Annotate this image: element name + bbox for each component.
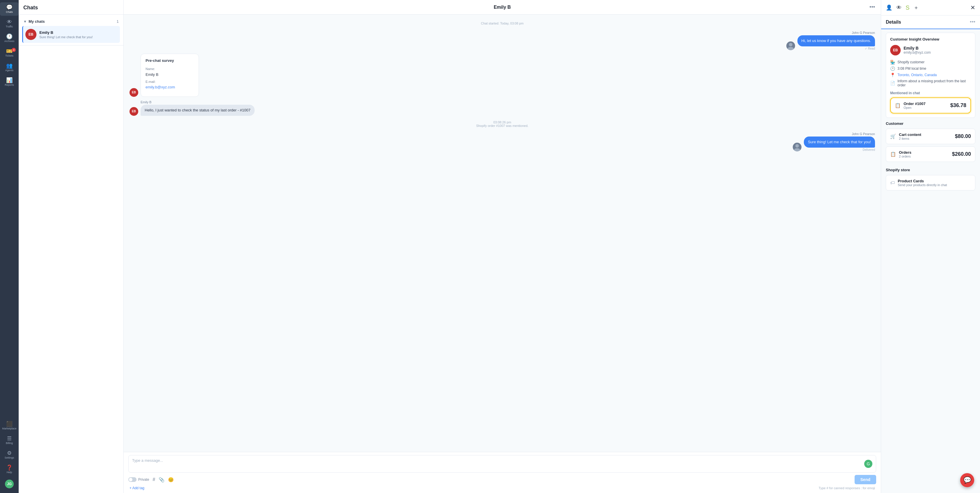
hint-text: Type # for canned responses : for emoji	[819, 486, 875, 490]
field-value: Emily B	[146, 72, 194, 77]
my-chats-header-left: ▼ My chats	[23, 19, 45, 24]
cart-info: Cart content 2 items	[899, 132, 921, 140]
sidebar-label: Archives	[5, 40, 14, 43]
document-icon: 📄	[890, 81, 895, 86]
user-avatar-eb: EB	[129, 107, 138, 116]
sidebar-item-settings[interactable]: ⚙ Settings	[0, 448, 19, 461]
field-value-link: emily.b@xyz.com	[146, 84, 194, 90]
read-status: ✓ Read	[797, 47, 875, 50]
sidebar-label: Marketplace	[2, 427, 16, 430]
send-button[interactable]: Send	[854, 475, 876, 484]
sidebar-item-help[interactable]: ❓ Help	[0, 463, 19, 476]
message-bubble: Hello, I just wanted to check the status…	[141, 105, 255, 116]
details-panel: 👤 👁 S ＋ ✕ Details ••• Customer Insight O…	[881, 0, 980, 493]
details-body: Customer Insight Overview EB Emily B emi…	[881, 29, 980, 194]
location-text[interactable]: Toronto, Ontario, Canada	[897, 73, 937, 77]
orders-left: 📋 Orders 2 orders	[890, 150, 912, 158]
private-toggle[interactable]: Private	[128, 477, 149, 482]
chat-input-placeholder: Type a message...	[132, 458, 163, 463]
sidebar-item-chats[interactable]: 💬 Chats	[0, 2, 19, 16]
chat-header: Emily B •••	[124, 0, 881, 14]
archives-icon: 🕐	[6, 34, 13, 39]
chat-preview: Sure thing! Let me check that for you!	[40, 35, 118, 39]
customer-name-block: Emily B emily.b@xyz.com	[904, 46, 931, 54]
customer-section: Customer 🛒 Cart content 2 items $80.00 📋…	[886, 121, 975, 164]
chat-info: Emily B Sure thing! Let me check that fo…	[40, 30, 118, 39]
details-title-row: Details •••	[881, 16, 980, 29]
chat-messages: Chat started: Today, 03:08 pm John G Pea…	[124, 14, 881, 452]
private-label: Private	[138, 477, 149, 482]
chat-avatar: EB	[25, 29, 37, 40]
shopify-customer-label: Shopify customer	[897, 60, 924, 64]
sidebar-item-user[interactable]: JG	[0, 477, 19, 491]
floating-chat-button[interactable]: 💬	[960, 473, 974, 487]
sidebar-item-traffic[interactable]: 👁 Traffic	[0, 17, 19, 30]
chat-more-button[interactable]: •••	[869, 4, 875, 10]
cart-sub: 2 items	[899, 137, 921, 140]
divider-text: Shopify order #1007 was mentioned.	[129, 124, 875, 127]
message-content: Emily B Hello, I just wanted to check th…	[141, 100, 255, 116]
divider-time: 03:08:26 pm	[129, 121, 875, 124]
chat-input-tools: Private # 📎 😊	[128, 477, 174, 482]
add-icon[interactable]: ＋	[913, 4, 919, 11]
orders-row[interactable]: 📋 Orders 2 orders $260.00	[886, 146, 975, 162]
toggle-switch[interactable]	[128, 477, 137, 482]
customer-insight-card: Customer Insight Overview EB Emily B emi…	[886, 33, 975, 118]
chat-list-header: Chats	[19, 0, 123, 14]
details-header: 👤 👁 S ＋ ✕	[881, 0, 980, 16]
message-sender: Emily B	[141, 100, 255, 104]
order-status: Open	[904, 106, 926, 110]
my-chats-header[interactable]: ▼ My chats 1	[22, 17, 120, 26]
svg-point-1	[788, 47, 794, 50]
order-number: Order #1007	[904, 102, 926, 106]
help-icon: ❓	[6, 465, 13, 470]
billing-icon: ☰	[7, 436, 12, 441]
agents-icon: 👥	[6, 63, 13, 68]
marketplace-icon: ⬛	[6, 421, 13, 426]
local-time-text: 3:08 PM local time	[897, 67, 926, 71]
order-card[interactable]: 📋 Order #1007 Open $36.78	[890, 97, 971, 113]
sidebar-item-archives[interactable]: 🕐 Archives	[0, 32, 19, 45]
chat-list-panel: Chats ▼ My chats 1 EB Emily B Sure thing…	[19, 0, 124, 493]
shopify-store-section: Shopify store 🏷 Product Cards Send your …	[886, 168, 975, 191]
person-icon[interactable]: 👤	[886, 5, 892, 11]
sidebar-item-billing[interactable]: ☰ Billing	[0, 434, 19, 447]
sidebar-item-reports[interactable]: 📊 Reports	[0, 75, 19, 89]
chat-input-hint: + Add tag Type # for canned responses : …	[128, 484, 876, 490]
tickets-badge: 4	[12, 48, 16, 52]
sidebar-item-agents[interactable]: 👥 Agents	[0, 61, 19, 74]
chat-main: Emily B ••• Chat started: Today, 03:08 p…	[124, 0, 881, 493]
close-button[interactable]: ✕	[970, 4, 975, 11]
details-header-icons: 👤 👁 S ＋	[886, 4, 919, 11]
eye-icon[interactable]: 👁	[896, 5, 902, 11]
my-chats-count: 1	[117, 19, 119, 24]
user-avatar: JG	[5, 480, 14, 488]
chats-icon: 💬	[6, 5, 13, 10]
order-icon: 📋	[895, 103, 900, 108]
add-tag-button[interactable]: + Add tag	[129, 486, 145, 490]
sidebar-item-marketplace[interactable]: ⬛ Marketplace	[0, 419, 19, 432]
order-mention-divider: 03:08:26 pm Shopify order #1007 was ment…	[129, 121, 875, 127]
svg-point-3	[794, 148, 800, 151]
sidebar-item-tickets[interactable]: 4 🎫 Tickets	[0, 46, 19, 59]
shopify-icon[interactable]: S	[905, 5, 909, 11]
details-more-button[interactable]: •••	[970, 19, 975, 25]
field-label: E-mail:	[146, 80, 194, 84]
chat-input-area: Type a message... G Private # 📎 😊 Send +…	[124, 452, 881, 493]
hashtag-icon[interactable]: #	[153, 477, 155, 482]
note-text: Inform about a missing product from the …	[897, 79, 971, 87]
sidebar-label: Agents	[5, 69, 13, 72]
chat-input-send-row: Private # 📎 😊 Send	[128, 475, 876, 484]
store-icon: 🏪	[890, 60, 895, 64]
attachment-icon[interactable]: 📎	[159, 477, 164, 482]
customer-insight-title: Customer Insight Overview	[890, 37, 971, 41]
cart-icon: 🛒	[890, 134, 896, 139]
chat-item[interactable]: EB Emily B Sure thing! Let me check that…	[22, 26, 120, 43]
customer-email: emily.b@xyz.com	[904, 51, 931, 54]
message-content: John G Pearson Hi, let us know if you ha…	[797, 31, 875, 50]
order-amount: $36.78	[950, 102, 966, 108]
customer-row: EB Emily B emily.b@xyz.com	[890, 45, 971, 56]
cart-content-row[interactable]: 🛒 Cart content 2 items $80.00	[886, 129, 975, 144]
product-cards-row[interactable]: 🏷 Product Cards Send your products direc…	[886, 175, 975, 191]
emoji-icon[interactable]: 😊	[168, 477, 174, 482]
